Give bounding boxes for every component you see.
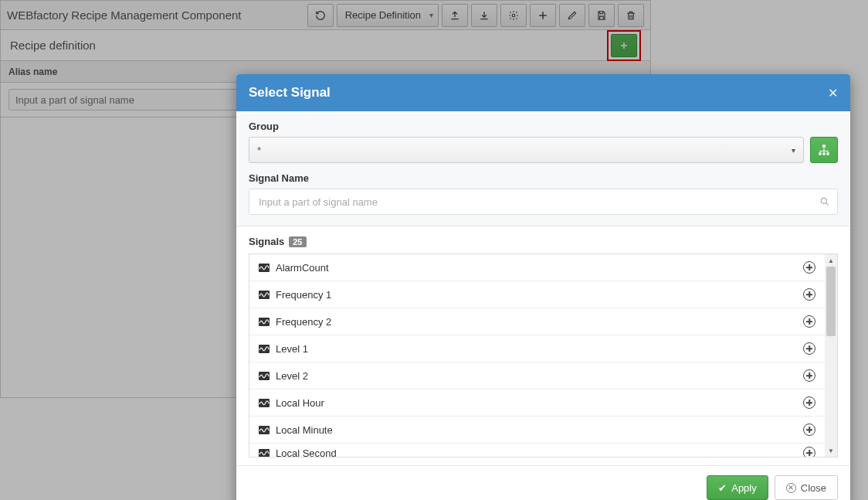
- signal-name-input[interactable]: [249, 189, 838, 215]
- group-select[interactable]: *: [249, 137, 804, 163]
- group-tree-button[interactable]: [810, 137, 838, 163]
- signal-row[interactable]: Local Minute: [249, 417, 825, 444]
- svg-rect-3: [822, 152, 825, 155]
- add-signal-icon[interactable]: [803, 261, 815, 274]
- modal-close-x[interactable]: ✕: [828, 86, 838, 100]
- signal-icon: [259, 426, 270, 434]
- signal-icon: [259, 264, 270, 272]
- add-signal-icon[interactable]: [803, 423, 815, 436]
- close-label: Close: [801, 482, 826, 494]
- close-button[interactable]: Close: [775, 475, 838, 500]
- signal-row[interactable]: Frequency 1: [249, 281, 825, 308]
- signal-row[interactable]: Level 2: [249, 362, 825, 389]
- scroll-down-icon[interactable]: ▼: [825, 444, 837, 457]
- signal-name: Local Second: [276, 447, 803, 458]
- signal-icon: [259, 291, 270, 299]
- scroll-thumb[interactable]: [826, 267, 836, 336]
- add-signal-icon[interactable]: [803, 447, 815, 457]
- signal-name: Frequency 2: [276, 316, 803, 328]
- add-signal-icon[interactable]: [803, 369, 815, 382]
- signal-name: Local Minute: [276, 424, 803, 436]
- signal-row[interactable]: AlarmCount: [249, 254, 825, 281]
- signals-label: Signals: [249, 236, 284, 247]
- select-signal-modal: Select Signal ✕ Group * Signal Name Sign…: [236, 74, 850, 500]
- add-signal-icon[interactable]: [803, 315, 815, 328]
- scrollbar[interactable]: ▲ ▼: [825, 253, 838, 457]
- signal-icon: [259, 345, 270, 353]
- add-signal-icon[interactable]: [803, 342, 815, 355]
- check-icon: ✔: [718, 482, 727, 494]
- apply-button[interactable]: ✔ Apply: [707, 475, 768, 500]
- svg-rect-4: [826, 152, 829, 155]
- signals-heading: Signals 25: [249, 236, 838, 247]
- scroll-up-icon[interactable]: ▲: [825, 254, 837, 267]
- sitemap-icon: [818, 144, 830, 156]
- add-signal-icon[interactable]: [803, 396, 815, 409]
- signal-name: Frequency 1: [276, 289, 803, 301]
- signal-icon: [259, 449, 270, 457]
- signal-name-label: Signal Name: [249, 172, 838, 184]
- group-label: Group: [249, 121, 838, 132]
- svg-rect-1: [822, 145, 826, 147]
- signal-row[interactable]: Frequency 2: [249, 308, 825, 335]
- close-circle-icon: [786, 483, 796, 493]
- modal-title: Select Signal: [249, 85, 828, 100]
- svg-point-5: [821, 198, 826, 203]
- add-signal-icon[interactable]: [803, 288, 815, 301]
- signals-count-badge: 25: [289, 236, 306, 247]
- signal-row[interactable]: Level 1: [249, 335, 825, 362]
- apply-label: Apply: [731, 482, 757, 494]
- search-icon[interactable]: [819, 196, 830, 207]
- modal-footer: ✔ Apply Close: [236, 465, 850, 500]
- signal-icon: [259, 372, 270, 380]
- signal-icon: [259, 318, 270, 326]
- signal-name: Level 2: [276, 370, 803, 382]
- signal-name: Local Hour: [276, 397, 803, 409]
- signal-row[interactable]: Local Hour: [249, 389, 825, 417]
- modal-filter-section: Group * Signal Name: [236, 111, 850, 226]
- signal-name: AlarmCount: [276, 262, 803, 274]
- signal-icon: [259, 399, 270, 407]
- signals-list: AlarmCount Frequency 1 Frequency 2 Level…: [249, 253, 825, 457]
- svg-rect-2: [819, 152, 821, 155]
- signal-name: Level 1: [276, 343, 803, 355]
- signal-row[interactable]: Local Second: [249, 444, 825, 457]
- signals-section: Signals 25 AlarmCount Frequency 1 Freque…: [236, 226, 850, 457]
- modal-header: Select Signal ✕: [236, 74, 850, 111]
